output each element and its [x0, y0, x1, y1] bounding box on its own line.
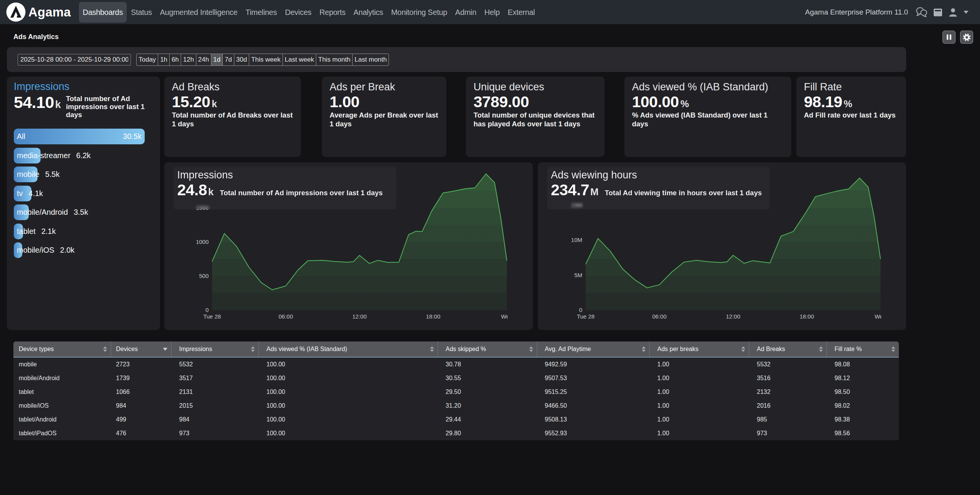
- chart-stat-unit: M: [590, 186, 599, 198]
- device-bar-row[interactable]: tv4.1k: [14, 186, 153, 201]
- kpi-card-title: Unique devices: [474, 80, 597, 93]
- time-preset-7d[interactable]: 7d: [223, 54, 234, 65]
- nav-item-timelines[interactable]: Timelines: [242, 2, 281, 23]
- device-bar-row[interactable]: mobile/iOS2.0k: [14, 242, 153, 258]
- time-preset-1h[interactable]: 1h: [158, 54, 170, 65]
- device-bar-label: mobile: [17, 170, 39, 179]
- time-preset-last-week[interactable]: Last week: [283, 54, 317, 65]
- table-cell: 1.00: [650, 385, 749, 399]
- time-preset-this-week[interactable]: This week: [249, 54, 283, 65]
- user-icon[interactable]: [949, 8, 957, 17]
- time-preset-this-month[interactable]: This month: [316, 54, 353, 65]
- nav-item-admin[interactable]: Admin: [451, 2, 480, 23]
- chart-panel-impressions: 050010001500Tue 2806:0012:0018:00WedImpr…: [164, 162, 533, 330]
- time-preset-24h[interactable]: 24h: [196, 54, 211, 65]
- nav-item-help[interactable]: Help: [480, 2, 503, 23]
- sort-both-icon[interactable]: [642, 346, 646, 352]
- time-preset-30d[interactable]: 30d: [234, 54, 249, 65]
- column-header-device-types[interactable]: Device types: [13, 341, 111, 357]
- date-range-input[interactable]: [18, 54, 131, 65]
- pause-button[interactable]: [942, 31, 956, 44]
- pause-icon: [947, 34, 951, 40]
- agama-logo-icon: [6, 2, 26, 22]
- column-header-ads-skipped-[interactable]: Ads skipped %: [438, 341, 537, 357]
- table-cell: 100.00: [259, 371, 438, 385]
- device-bar-row[interactable]: All30.5k: [14, 129, 153, 144]
- nav-item-monitoring-setup[interactable]: Monitoring Setup: [387, 2, 451, 23]
- kpi-card-title: Ads viewed % (IAB Standard): [632, 80, 784, 93]
- y-axis-label: 500: [199, 273, 209, 279]
- caret-down-icon[interactable]: [964, 11, 969, 14]
- time-preset-today[interactable]: Today: [137, 54, 158, 65]
- nav-item-analytics[interactable]: Analytics: [350, 2, 387, 23]
- table-cell: 2131: [172, 385, 259, 399]
- column-header-ads-viewed-iab-standard-[interactable]: Ads viewed % (IAB Standard): [259, 341, 438, 357]
- sort-both-icon[interactable]: [103, 346, 107, 352]
- device-bar-label: media-streamer: [17, 151, 70, 160]
- nav-item-devices[interactable]: Devices: [281, 2, 315, 23]
- time-preset-12h[interactable]: 12h: [181, 54, 196, 65]
- sort-both-icon[interactable]: [430, 346, 434, 352]
- y-axis-label: 5M: [574, 272, 582, 278]
- sort-both-icon[interactable]: [741, 346, 745, 352]
- device-bar-row[interactable]: mobile5.5k: [14, 167, 153, 182]
- column-header-impressions[interactable]: Impressions: [172, 341, 259, 357]
- table-cell: 3516: [749, 371, 827, 385]
- chart-subtitle: Total number of Ad impressions over last…: [220, 189, 383, 197]
- table-cell: 984: [111, 399, 172, 413]
- window-icon[interactable]: [933, 8, 942, 17]
- time-preset-1d[interactable]: 1d: [211, 54, 223, 65]
- table-cell: 1.00: [650, 426, 749, 440]
- column-header-ad-breaks[interactable]: Ad Breaks: [749, 341, 827, 357]
- nav-item-external[interactable]: External: [504, 2, 539, 23]
- column-header-fill-rate-[interactable]: Fill rate %: [827, 341, 899, 357]
- sort-desc-icon[interactable]: [163, 348, 168, 351]
- table-cell: 1.00: [650, 399, 749, 413]
- column-header-avg-ad-playtime[interactable]: Avg. Ad Playtime: [537, 341, 650, 357]
- settings-button[interactable]: [960, 31, 973, 44]
- kpi-card-description: Average Ads per Break over last 1 days: [330, 111, 439, 128]
- chart-title: Impressions: [177, 168, 396, 181]
- table-cell: 29.44: [438, 413, 537, 426]
- time-preset-6h[interactable]: 6h: [170, 54, 181, 65]
- device-bar-label: mobile/Android: [17, 208, 68, 217]
- table-cell: 30.78: [438, 358, 537, 371]
- table-cell: 100.00: [259, 358, 438, 371]
- brand[interactable]: Agama: [6, 2, 71, 22]
- sort-both-icon[interactable]: [251, 346, 255, 352]
- table-cell: 499: [111, 413, 172, 426]
- table-row: mobile/Android17393517100.0030.559507.53…: [13, 371, 899, 385]
- sort-both-icon[interactable]: [529, 346, 533, 352]
- device-bar-value: 2.1k: [41, 227, 56, 236]
- top-navbar: Agama DashboardsStatusAugmented Intellig…: [0, 0, 980, 24]
- device-bar-row[interactable]: tablet2.1k: [14, 224, 153, 239]
- y-axis-label: 0: [579, 307, 582, 313]
- time-preset-last-month[interactable]: Last month: [353, 54, 389, 65]
- table-cell: 98.02: [827, 399, 899, 413]
- x-axis-label: Wed: [875, 313, 887, 320]
- table-cell: 5532: [172, 358, 259, 371]
- kpi-card-stat: 1.00: [330, 93, 439, 110]
- kpi-card-title: Ads per Break: [330, 80, 439, 93]
- nav-item-reports[interactable]: Reports: [315, 2, 349, 23]
- nav-item-dashboards[interactable]: Dashboards: [79, 2, 127, 23]
- kpi-card-stat: 3789.00: [474, 93, 597, 110]
- column-header-label: Ads skipped %: [438, 341, 537, 357]
- column-header-ads-per-breaks[interactable]: Ads per breaks: [650, 341, 749, 357]
- sort-both-icon[interactable]: [819, 346, 823, 352]
- device-bar-row[interactable]: mobile/Android3.5k: [14, 204, 153, 220]
- table-row: tablet/Android499984100.0029.449508.131.…: [13, 413, 899, 426]
- kpi-card-description: Total number of Ad Breaks over last 1 da…: [172, 111, 293, 128]
- device-bar-value: 4.1k: [29, 189, 43, 198]
- nav-item-status[interactable]: Status: [127, 2, 156, 23]
- column-header-devices[interactable]: Devices: [111, 341, 172, 357]
- chat-icon[interactable]: [916, 7, 927, 17]
- device-bar-row[interactable]: media-streamer6.2k: [14, 148, 153, 163]
- nav-item-augmented-intelligence[interactable]: Augmented Intelligence: [156, 2, 241, 23]
- table-cell: 9492.59: [537, 358, 650, 371]
- kpi-card-ad-breaks: Ad Breaks15.20kTotal number of Ad Breaks…: [164, 77, 301, 157]
- sort-both-icon[interactable]: [891, 346, 895, 352]
- kpi-card-ads-viewed-iab-standard-: Ads viewed % (IAB Standard)100.00%% Ads …: [624, 77, 791, 157]
- table-cell: 98.38: [827, 413, 899, 426]
- impressions-unit: k: [55, 99, 61, 111]
